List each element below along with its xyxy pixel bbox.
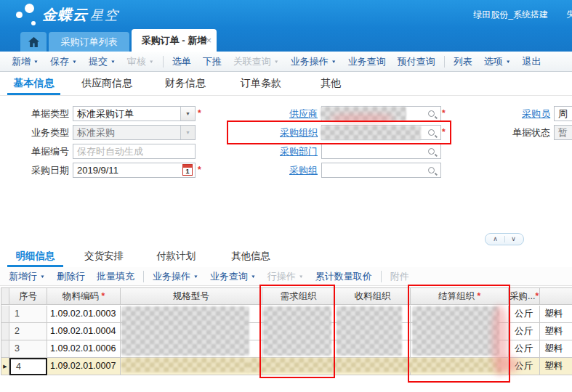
masked-purchase-org-value <box>321 126 421 140</box>
tab-home[interactable] <box>20 32 47 52</box>
tab-other-info[interactable]: 其他信息 <box>230 247 271 265</box>
chevron-down-icon: ▼ <box>331 60 337 64</box>
col-header-material-code[interactable]: 物料编码 * <box>47 288 121 305</box>
cell-seq-selected[interactable]: 4 <box>9 358 47 375</box>
logo-dot-medium <box>16 12 23 18</box>
cell-seq[interactable]: 1 <box>9 306 47 323</box>
collapse-up-button[interactable]: ∧ <box>487 234 504 244</box>
col-header-receive-org[interactable]: 收料组织 <box>335 288 411 305</box>
required-asterisk: * <box>198 106 201 121</box>
cell-unit[interactable]: 公斤 <box>509 340 540 358</box>
tab-po-new[interactable]: 采购订单 - 新增 × <box>132 29 217 52</box>
row-gutter[interactable] <box>1 340 9 358</box>
cell-seq[interactable]: 3 <box>9 340 47 358</box>
options-button[interactable]: 选项▼ <box>478 55 517 68</box>
row-gutter[interactable] <box>1 323 9 340</box>
purchase-group-link[interactable]: 采购组 <box>289 165 318 176</box>
chevron-down-icon[interactable]: ▼ <box>180 107 195 121</box>
doc-type-select[interactable]: 标准采购订单 ▼ <box>73 106 196 121</box>
list-button[interactable]: 列表 <box>448 55 478 68</box>
masked-pink-row4 <box>499 357 519 372</box>
cell-name[interactable]: 塑料 <box>540 340 572 358</box>
purchase-dept-link[interactable]: 采购部门 <box>280 146 318 157</box>
submit-button[interactable]: 提交▼ <box>83 55 121 68</box>
delete-row-button[interactable]: 删除行 <box>51 270 91 283</box>
detail-business-operation-button[interactable]: 业务操作▼ <box>147 270 204 283</box>
exit-button[interactable]: 退出 <box>517 55 547 68</box>
new-button[interactable]: 新增▼ <box>6 55 44 68</box>
doc-no-field[interactable]: 保存时自动生成 <box>73 144 196 159</box>
cell-name[interactable]: 塑料 <box>540 306 572 323</box>
cell-seq[interactable]: 2 <box>9 323 47 340</box>
col-header-last[interactable] <box>540 288 572 305</box>
search-icon[interactable] <box>427 147 437 157</box>
cell-material-code[interactable]: 1.09.02.01.0006 <box>47 340 121 358</box>
chevron-down-icon: ▼ <box>72 60 77 64</box>
tab-detail-info[interactable]: 明细信息 <box>7 247 63 267</box>
purchase-dept-field[interactable] <box>321 144 441 159</box>
search-icon[interactable] <box>427 110 437 119</box>
cell-name[interactable]: 塑料 <box>540 358 572 375</box>
batch-fill-button[interactable]: 批量填充 <box>91 270 140 283</box>
cell-material-code[interactable]: 1.09.02.01.0003 <box>47 306 121 323</box>
prepay-query-button[interactable]: 预付查询 <box>392 55 441 68</box>
collapse-down-button[interactable]: ∨ <box>505 234 523 244</box>
tab-order-terms[interactable]: 订单条款 <box>239 73 283 93</box>
tab-payment-plan[interactable]: 付款计划 <box>155 247 197 265</box>
col-header-demand-org[interactable]: 需求组织 <box>262 288 335 305</box>
tab-other[interactable]: 其他 <box>318 73 344 93</box>
tab-finance-info[interactable]: 财务信息 <box>164 73 207 93</box>
purchase-org-link[interactable]: 采购组织 <box>280 127 318 138</box>
row-gutter[interactable] <box>1 306 9 323</box>
biz-type-select: 标准采购 ▼ <box>73 125 196 140</box>
doc-no-placeholder: 保存时自动生成 <box>77 146 143 157</box>
tab-supplier-info[interactable]: 供应商信息 <box>81 73 132 93</box>
col-header-spec[interactable]: 规格型号 <box>121 288 262 305</box>
cell-unit[interactable]: 公斤 <box>509 306 540 323</box>
add-row-button[interactable]: 新增行▼ <box>3 270 51 283</box>
logo-dot-large <box>25 4 34 13</box>
logo-dot-small <box>31 21 36 25</box>
cell-material-code[interactable]: 1.09.02.01.0007 <box>47 358 121 375</box>
cell-unit[interactable]: 公斤 <box>509 323 540 340</box>
kingdee-logo-suffix: 星空 <box>90 7 119 24</box>
save-button[interactable]: 保存▼ <box>44 55 83 68</box>
masked-supplier-smudge <box>331 114 393 123</box>
purchase-date-label: 采购日期 <box>0 163 69 178</box>
home-icon <box>28 37 39 47</box>
required-asterisk: * <box>442 106 446 121</box>
row-gutter-selected[interactable]: ▶ <box>1 358 9 375</box>
col-header-purchase-unit[interactable]: 采购...* <box>509 288 540 305</box>
supplier-link[interactable]: 供应商 <box>289 108 318 119</box>
purchase-group-field[interactable] <box>321 163 441 178</box>
section-tabbar: 基本信息 供应商信息 财务信息 订单条款 其他 <box>0 73 572 96</box>
calendar-icon[interactable]: 1 <box>182 164 193 176</box>
detail-business-query-button[interactable]: 业务查询▼ <box>204 270 262 283</box>
push-down-button[interactable]: 下推 <box>197 55 227 68</box>
tab-po-new-label: 采购订单 - 新增 <box>142 35 207 46</box>
pick-button[interactable]: 选单 <box>166 55 197 68</box>
col-header-seq[interactable]: 序号 <box>9 288 47 305</box>
buyer-value: 周 <box>558 108 568 119</box>
app-header: 金蝶云 星空 绿田股份_系统搭建 失 <box>0 0 572 28</box>
cell-material-code[interactable]: 1.09.02.01.0004 <box>47 323 121 340</box>
buyer-field[interactable]: 周 <box>554 106 572 121</box>
close-icon[interactable]: × <box>206 29 212 52</box>
business-operation-button[interactable]: 业务操作▼ <box>285 55 342 68</box>
buyer-link[interactable]: 采购员 <box>522 108 550 119</box>
toolbar-separator <box>444 56 445 68</box>
search-icon[interactable] <box>427 166 437 176</box>
cumulative-qty-pricing-button[interactable]: 累计数量取价 <box>310 270 378 283</box>
user-extra-cut[interactable]: 失 <box>566 9 572 21</box>
tab-basic-info[interactable]: 基本信息 <box>7 73 60 95</box>
search-icon[interactable] <box>427 128 437 138</box>
masked-demand-org-values <box>263 306 331 356</box>
purchase-date-field[interactable]: 2019/9/11 1 <box>73 163 196 178</box>
col-header-settle-org[interactable]: 结算组织 * <box>411 288 509 305</box>
row-pointer-icon: ▶ <box>3 364 7 369</box>
tab-delivery-schedule[interactable]: 交货安排 <box>84 247 124 265</box>
cell-name[interactable]: 塑料 <box>540 323 572 340</box>
tab-po-list[interactable]: 采购订单列表 <box>49 32 129 52</box>
user-org-label[interactable]: 绿田股份_系统搭建 <box>473 9 548 21</box>
business-query-button[interactable]: 业务查询 <box>342 55 392 68</box>
